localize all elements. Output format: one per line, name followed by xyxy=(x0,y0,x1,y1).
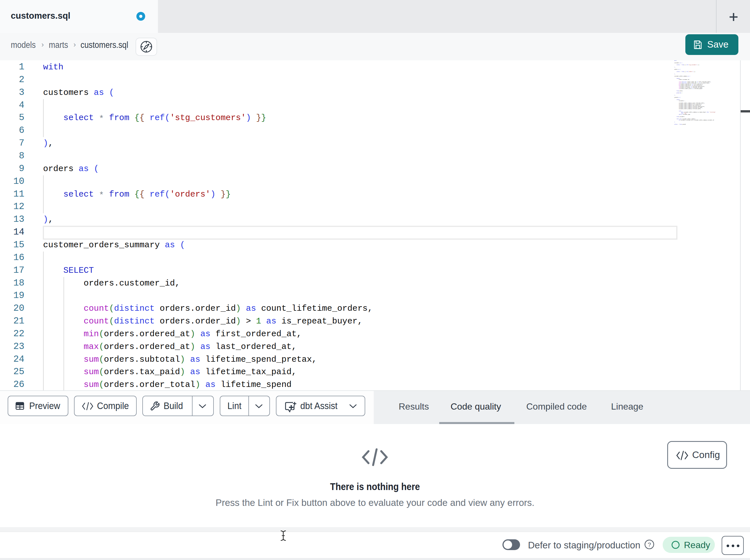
svg-text:?: ? xyxy=(648,541,651,548)
